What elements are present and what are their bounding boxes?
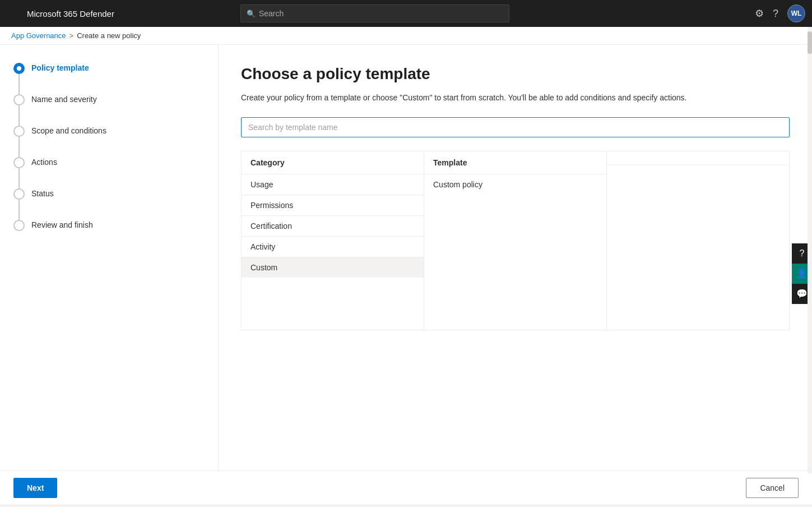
- category-certification[interactable]: Certification: [242, 216, 424, 237]
- step-item-actions: Actions: [13, 157, 205, 188]
- step-item-policy-template: Policy template: [13, 63, 205, 94]
- top-navigation: Microsoft 365 Defender 🔍 ⚙ ? WL: [0, 0, 812, 27]
- category-usage[interactable]: Usage: [242, 174, 424, 195]
- step-line-2: [18, 105, 20, 126]
- step-connector-2: [13, 94, 25, 126]
- page-title: Choose a policy template: [241, 65, 790, 83]
- step-line-1: [18, 74, 20, 94]
- step-list: Policy template Name and severity: [13, 63, 205, 231]
- step-label-name-severity: Name and severity: [31, 94, 97, 104]
- step-connector-6: [13, 220, 25, 231]
- cancel-button[interactable]: Cancel: [746, 478, 799, 498]
- category-activity[interactable]: Activity: [242, 237, 424, 257]
- description-column-header: [607, 151, 789, 165]
- step-line-3: [18, 137, 20, 157]
- step-circle-5: [13, 188, 25, 200]
- step-label-status: Status: [31, 188, 54, 198]
- search-input[interactable]: [259, 9, 503, 18]
- template-column-body: Custom policy: [424, 174, 606, 330]
- step-connector-5: [13, 188, 25, 220]
- avatar[interactable]: WL: [787, 4, 805, 22]
- breadcrumb-current: Create a new policy: [77, 31, 141, 40]
- step-circle-1: [13, 63, 25, 74]
- main-layout: Policy template Name and severity: [0, 45, 812, 471]
- step-line-4: [18, 168, 20, 188]
- step-label-scope-conditions: Scope and conditions: [31, 126, 106, 135]
- step-label-actions: Actions: [31, 157, 57, 167]
- step-circle-4: [13, 157, 25, 168]
- apps-grid-icon[interactable]: [7, 8, 20, 19]
- breadcrumb-separator: >: [69, 31, 74, 40]
- step-connector-1: [13, 63, 25, 94]
- breadcrumb: App Governance > Create a new policy: [0, 27, 812, 45]
- step-item-review-finish: Review and finish: [13, 220, 205, 231]
- search-box[interactable]: 🔍: [240, 4, 509, 22]
- search-templates-input[interactable]: [241, 117, 790, 137]
- settings-icon[interactable]: ⚙: [755, 7, 764, 20]
- page-wrapper: Microsoft 365 Defender 🔍 ⚙ ? WL App Gove…: [0, 0, 812, 507]
- template-column-header: Template: [424, 151, 606, 174]
- template-table: Category Usage Permissions Certification…: [241, 151, 790, 330]
- help-icon[interactable]: ?: [773, 8, 778, 20]
- step-item-name-severity: Name and severity: [13, 94, 205, 126]
- sidebar: Policy template Name and severity: [0, 45, 219, 471]
- category-custom[interactable]: Custom: [242, 257, 424, 278]
- template-column: Template Custom policy: [424, 151, 607, 330]
- step-line-5: [18, 200, 20, 220]
- category-column-header: Category: [242, 151, 424, 174]
- scroll-thumb: [808, 31, 812, 54]
- scroll-track[interactable]: [808, 27, 812, 473]
- template-custom-policy[interactable]: Custom policy: [424, 174, 606, 195]
- app-title: Microsoft 365 Defender: [27, 9, 114, 19]
- page-description: Create your policy from a template or ch…: [241, 92, 790, 104]
- step-label-policy-template: Policy template: [31, 63, 89, 72]
- search-icon: 🔍: [247, 10, 256, 18]
- next-button[interactable]: Next: [13, 478, 57, 498]
- step-connector-3: [13, 126, 25, 157]
- step-item-scope-conditions: Scope and conditions: [13, 126, 205, 157]
- step-circle-6: [13, 220, 25, 231]
- description-column: [607, 151, 789, 330]
- step-item-status: Status: [13, 188, 205, 220]
- step-connector-4: [13, 157, 25, 188]
- step-circle-2: [13, 94, 25, 105]
- description-column-body: [607, 165, 789, 330]
- step-circle-3: [13, 126, 25, 137]
- content-area: Choose a policy template Create your pol…: [219, 45, 812, 471]
- category-column: Category Usage Permissions Certification…: [242, 151, 424, 330]
- breadcrumb-parent[interactable]: App Governance: [11, 31, 66, 40]
- bottom-bar: Next Cancel: [0, 471, 812, 504]
- category-column-body: Usage Permissions Certification Activity…: [242, 174, 424, 330]
- step-label-review-finish: Review and finish: [31, 220, 93, 229]
- category-permissions[interactable]: Permissions: [242, 195, 424, 216]
- nav-icons: ⚙ ? WL: [755, 4, 805, 22]
